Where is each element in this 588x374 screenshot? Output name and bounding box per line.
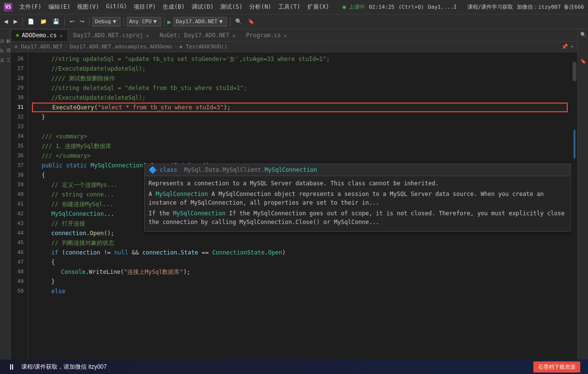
menu-extensions[interactable]: 扩展(X) <box>304 2 332 12</box>
save-button[interactable]: 💾 <box>51 17 61 26</box>
line-num-30: 30 <box>11 93 26 103</box>
search-panel-icon[interactable]: 🔍 <box>579 31 587 38</box>
tab-adodemo[interactable]: ADODemo.cs ✕ <box>11 30 68 41</box>
open-button[interactable]: 📁 <box>38 17 49 26</box>
line-num-28: 28 <box>11 74 26 83</box>
platform-dropdown[interactable]: Any CPU ▼ <box>127 17 161 27</box>
code-editor[interactable]: 26 27 28 29 30 31 32 33 34 35 36 37 38 3… <box>11 52 577 363</box>
line-num-40: 40 <box>11 190 26 199</box>
tab-nuget-close[interactable]: ✕ <box>232 33 235 38</box>
separator-6 <box>230 17 230 26</box>
intellisense-desc2: A MySqlConnection A MySqlConnection obje… <box>149 190 567 207</box>
menu-git[interactable]: Git(G) <box>103 2 130 12</box>
code-line-27: //ExecuteUpdate(updateSql); <box>32 64 568 74</box>
tab-csproj[interactable]: Day17.ADO.NET.csproj ✕ <box>68 30 154 41</box>
code-line-32: } <box>32 112 568 122</box>
code-breadcrumb: ⊘ Day17.ADO.NET › Day17.ADO.NET.adosampl… <box>11 42 577 52</box>
menu-tools[interactable]: 工具(T) <box>275 2 303 12</box>
line-num-47: 47 <box>11 257 26 267</box>
method-selector[interactable]: ◈ TestADOCRUD() <box>180 44 227 50</box>
tab-program-label: Program.cs <box>246 32 281 39</box>
menu-build[interactable]: 生成(B) <box>160 2 188 12</box>
project-arrow-icon: ▼ <box>219 18 223 25</box>
line-num-44: 44 <box>11 228 26 238</box>
line-num-33: 33 <box>11 122 26 132</box>
pause-button[interactable]: ⏸ <box>8 362 15 372</box>
separator-3 <box>89 17 90 26</box>
overlay-cta-button[interactable]: 石墨档下载资源 <box>533 361 580 373</box>
code-line-36: /// </summary> <box>32 151 568 161</box>
platform-label: Any CPU <box>129 18 151 25</box>
class-selector[interactable]: Day17.ADO.NET.adosamples.ADODemo <box>70 44 172 50</box>
debug-config-dropdown[interactable]: Debug ▼ <box>92 17 121 27</box>
menu-bar[interactable]: 文件(F) 编辑(E) 视图(V) Git(G) 项目(P) 生成(B) 调试(… <box>16 2 332 12</box>
overlay-promo-text: 课程/课件获取，请加微信 itzy007 <box>21 363 533 371</box>
line-num-48: 48 <box>11 267 26 277</box>
solution-explorer-icon[interactable]: 解决 <box>1 31 10 40</box>
search-button[interactable]: 🔍 <box>233 17 244 26</box>
scrollbar-thumb[interactable] <box>573 62 576 81</box>
debug-config-label: Debug <box>95 18 111 25</box>
day-label: Day1....I <box>428 4 457 10</box>
code-scrollbar[interactable] <box>572 52 577 363</box>
back-button[interactable]: ◀ <box>2 17 10 26</box>
editor-area: ADODemo.cs ✕ Day17.ADO.NET.csproj ✕ NuGe… <box>11 29 577 363</box>
tab-adodemo-close[interactable]: ✕ <box>60 33 62 38</box>
menu-view[interactable]: 视图(V) <box>74 2 102 12</box>
line-num-38: 38 <box>11 170 26 180</box>
code-line-48: Console . WriteLine ( "连接上MySql数据库" ); <box>32 267 568 277</box>
line-num-32: 32 <box>11 112 26 122</box>
line-num-36: 36 <box>11 151 26 161</box>
tab-program[interactable]: Program.cs ✕ <box>241 30 292 41</box>
code-line-28: //// 测试数据删除操作 <box>32 74 568 83</box>
line-num-42: 42 <box>11 209 26 219</box>
line-num-46: 46 <box>11 248 26 257</box>
line-num-31: 31 <box>11 103 26 112</box>
project-run-dropdown[interactable]: Day17.ADO.NET ▼ <box>173 17 227 27</box>
menu-debug[interactable]: 调试(D) <box>189 2 217 12</box>
run-button[interactable]: ▶ <box>167 18 171 26</box>
undo-button[interactable]: ↩ <box>68 17 76 26</box>
tab-nuget[interactable]: NuGet: Day17.ADO.NET ✕ <box>154 30 241 41</box>
menu-analyze[interactable]: 分析(N) <box>246 2 274 12</box>
promo-text: 课程/课件学习获取 <box>467 3 513 11</box>
code-line-33 <box>32 122 568 132</box>
code-line-35: /// 1、连接MySql数据库 <box>32 141 568 151</box>
code-text[interactable]: //string updateSql = "update tb_stu set … <box>28 52 572 363</box>
menu-test[interactable]: 测试(S) <box>217 2 245 12</box>
menu-project[interactable]: 项目(P) <box>131 2 159 12</box>
tool-window-icon[interactable]: 工具 <box>1 50 10 59</box>
tab-csproj-close[interactable]: ✕ <box>146 33 149 38</box>
new-file-button[interactable]: 📄 <box>26 17 36 26</box>
redo-button[interactable]: ↪ <box>78 17 86 26</box>
code-line-49: } <box>32 277 568 286</box>
line-num-29: 29 <box>11 83 26 93</box>
team-explorer-icon[interactable]: 团队 <box>1 41 10 49</box>
intellisense-body: Represents a connection to a MySQL Serve… <box>145 176 571 231</box>
bookmark-button[interactable]: 🔖 <box>246 17 256 26</box>
code-line-34: /// <summary> <box>32 132 568 141</box>
intellisense-class-path: class MySql.Data.MySqlClient.MySqlConnec… <box>160 166 317 173</box>
menu-file[interactable]: 文件(F) <box>16 2 45 12</box>
platform-arrow-icon: ▼ <box>153 18 157 25</box>
line-numbers: 26 27 28 29 30 31 32 33 34 35 36 37 38 3… <box>11 52 28 363</box>
code-line-45: // 判断连接对象的状态 <box>32 238 568 248</box>
expand-icon[interactable]: + <box>570 44 573 50</box>
code-line-47: { <box>32 257 568 267</box>
pin-icon[interactable]: 📌 <box>561 44 568 50</box>
tab-program-close[interactable]: ✕ <box>284 33 287 38</box>
main-layout: 解决 团队 工具 ADODemo.cs ✕ Day17.ADO.NET.cspr… <box>0 29 588 363</box>
separator-5 <box>164 17 165 26</box>
code-line-46: if ( connection != null && connection . … <box>32 248 568 257</box>
tab-adodemo-label: ADODemo.cs <box>22 32 57 39</box>
line-num-34: 34 <box>11 132 26 141</box>
menu-edit[interactable]: 编辑(E) <box>45 2 74 12</box>
title-bar: VS 文件(F) 编辑(E) 视图(V) Git(G) 项目(P) 生成(B) … <box>0 0 588 15</box>
forward-button[interactable]: ▶ <box>12 17 19 26</box>
namespace-selector[interactable]: ⊘ Day17.ADO.NET <box>15 44 62 50</box>
tab-nuget-label: NuGet: Day17.ADO.NET <box>160 32 230 39</box>
dropdown-arrow-icon: ▼ <box>113 18 116 25</box>
bookmarks-icon[interactable]: 🔖 <box>579 58 587 65</box>
tab-csproj-label: Day17.ADO.NET.csproj <box>73 32 143 39</box>
code-line-26: //string updateSql = "update tb_stu set … <box>32 54 568 64</box>
